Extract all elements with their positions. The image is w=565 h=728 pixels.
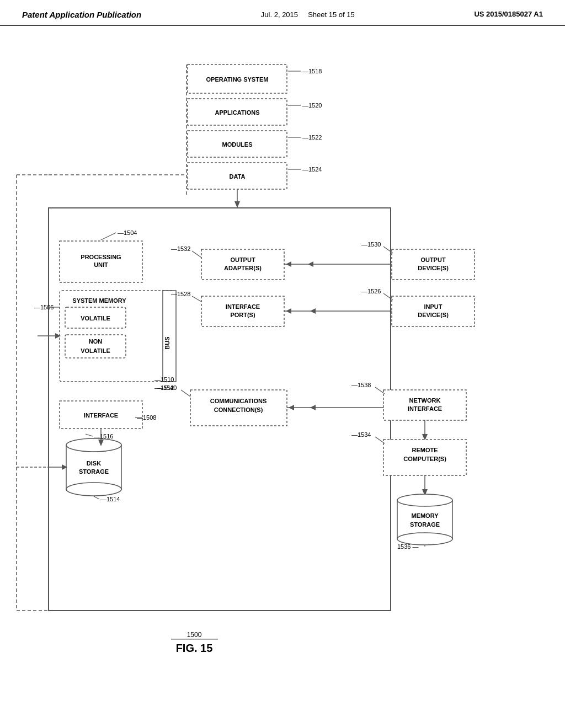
svg-text:DEVICE(S): DEVICE(S) xyxy=(418,265,449,271)
svg-text:1536 —: 1536 — xyxy=(397,543,419,550)
svg-text:NETWORK: NETWORK xyxy=(409,397,441,404)
svg-text:NON: NON xyxy=(89,338,103,345)
svg-text:APPLICATIONS: APPLICATIONS xyxy=(215,109,259,116)
svg-text:CONNECTION(S): CONNECTION(S) xyxy=(214,406,263,413)
svg-text:REMOTE: REMOTE xyxy=(412,447,438,453)
svg-text:INTERFACE: INTERFACE xyxy=(408,405,442,412)
header-date: Jul. 2, 2015 xyxy=(261,10,298,19)
svg-text:COMPUTER(S): COMPUTER(S) xyxy=(403,456,446,462)
svg-text:—1526: —1526 xyxy=(361,288,381,295)
svg-text:FIG. 15: FIG. 15 xyxy=(176,642,213,654)
header-sheet: Sheet 15 of 15 xyxy=(308,10,355,19)
svg-text:—1538: —1538 xyxy=(351,382,371,388)
svg-text:—1522: —1522 xyxy=(302,134,322,141)
svg-text:—1528: —1528 xyxy=(171,291,190,297)
svg-text:—1530: —1530 xyxy=(361,241,381,248)
svg-text:BUS: BUS xyxy=(164,337,170,350)
svg-text:COMMUNICATIONS: COMMUNICATIONS xyxy=(210,398,266,404)
svg-marker-18 xyxy=(234,201,240,208)
svg-text:UNIT: UNIT xyxy=(94,261,108,268)
svg-text:ADAPTER(S): ADAPTER(S) xyxy=(224,265,262,271)
svg-text:—1510: —1510 xyxy=(154,376,174,383)
svg-text:—1504: —1504 xyxy=(118,229,137,236)
svg-text:—1506: —1506 xyxy=(34,304,54,311)
header-patent-number: US 2015/0185027 A1 xyxy=(474,10,543,18)
svg-text:VOLATILE: VOLATILE xyxy=(81,347,110,354)
svg-text:—1532: —1532 xyxy=(171,245,190,252)
svg-text:OUTPUT: OUTPUT xyxy=(420,256,446,263)
svg-text:MEMORY: MEMORY xyxy=(411,512,439,519)
svg-text:OPERATING SYSTEM: OPERATING SYSTEM xyxy=(206,76,269,83)
svg-text:DEVICE(S): DEVICE(S) xyxy=(418,312,449,318)
svg-text:VOLATILE: VOLATILE xyxy=(81,315,110,322)
svg-text:—1520: —1520 xyxy=(302,102,322,109)
svg-text:—1534: —1534 xyxy=(351,431,371,438)
svg-text:—1514: —1514 xyxy=(100,496,120,502)
svg-text:INPUT: INPUT xyxy=(424,303,443,310)
svg-text:OUTPUT: OUTPUT xyxy=(230,256,255,263)
svg-text:MODULES: MODULES xyxy=(222,141,253,148)
svg-point-49 xyxy=(66,438,121,452)
svg-text:STORAGE: STORAGE xyxy=(79,468,109,475)
svg-text:DATA: DATA xyxy=(230,173,246,180)
diagram-svg: OPERATING SYSTEM —1518 APPLICATIONS —152… xyxy=(0,26,565,699)
svg-text:PROCESSING: PROCESSING xyxy=(81,254,121,260)
svg-text:—1518: —1518 xyxy=(302,68,322,74)
svg-text:DISK: DISK xyxy=(87,460,101,467)
svg-point-112 xyxy=(397,494,452,506)
svg-text:STORAGE: STORAGE xyxy=(410,521,440,528)
svg-text:PORT(S): PORT(S) xyxy=(230,312,255,318)
svg-point-50 xyxy=(66,483,121,496)
header-publication-type: Patent Application Publication xyxy=(22,10,141,19)
diagram-area: OPERATING SYSTEM —1518 APPLICATIONS —152… xyxy=(0,26,565,699)
svg-text:—1540: —1540 xyxy=(157,384,177,391)
svg-text:—1524: —1524 xyxy=(302,166,322,173)
page-header: Patent Application Publication Jul. 2, 2… xyxy=(0,0,565,26)
header-date-sheet: Jul. 2, 2015 Sheet 15 of 15 xyxy=(261,10,355,20)
svg-text:INTERFACE: INTERFACE xyxy=(84,412,118,419)
svg-rect-36 xyxy=(163,291,176,382)
svg-text:1500: 1500 xyxy=(187,631,202,639)
svg-text:SYSTEM MEMORY: SYSTEM MEMORY xyxy=(72,297,126,304)
svg-text:INTERFACE: INTERFACE xyxy=(226,303,260,310)
